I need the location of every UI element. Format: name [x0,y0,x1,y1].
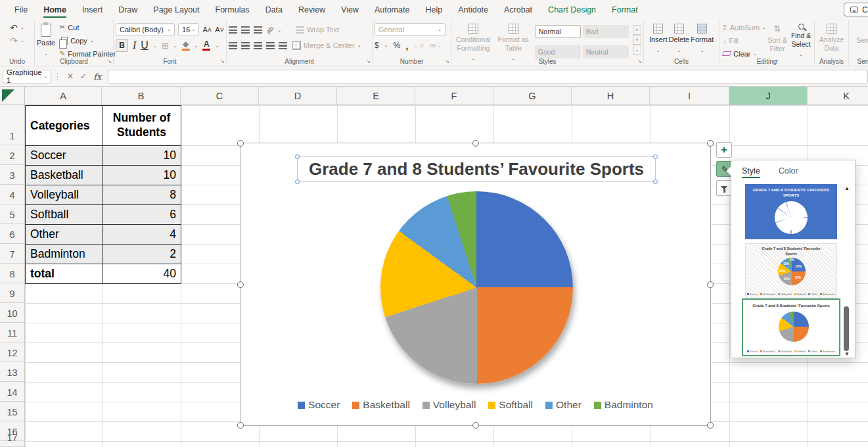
row-header-2[interactable]: 2 [0,145,25,165]
cell-style-bad[interactable]: Bad [583,25,629,38]
panel-scrollbar-thumb[interactable] [844,306,849,351]
title-resize-handle[interactable] [295,179,300,184]
cell-B5[interactable]: 6 [103,205,181,225]
tab-insert[interactable]: Insert [74,1,110,20]
borders-button[interactable]: ⊞ [162,41,169,51]
increase-indent-button[interactable] [279,42,287,49]
wrap-text-button[interactable]: Wrap Text [294,24,340,35]
chart-resize-handle[interactable] [237,140,244,147]
chart-resize-handle[interactable] [707,281,714,288]
chart-resize-handle[interactable] [472,422,479,429]
accounting-format-button[interactable]: $ [375,41,379,50]
underline-button[interactable]: U [141,39,148,51]
chart-resize-handle[interactable] [707,140,714,147]
tab-home[interactable]: Home [35,1,74,20]
column-header-I[interactable]: I [650,87,729,105]
cell-A5[interactable]: Softball [26,205,103,225]
increase-decimal-button[interactable]: ←.0 [413,43,423,49]
align-top-button[interactable] [229,26,237,34]
insert-cells-button[interactable]: Insert [649,22,668,56]
panel-tab-color[interactable]: Color [779,166,798,176]
cell-B7[interactable]: 2 [103,245,181,264]
italic-button[interactable]: I [133,39,136,51]
column-header-D[interactable]: D [259,87,337,105]
chart-resize-handle[interactable] [237,422,244,429]
align-right-button[interactable] [254,42,262,49]
cell-B2[interactable]: 10 [103,146,181,166]
tab-review[interactable]: Review [290,1,333,20]
tab-view[interactable]: View [333,1,367,20]
chart-title-box[interactable]: Grade 7 and 8 Students’ Favourite Sports [297,156,656,182]
cell-A1[interactable]: Categories [26,106,103,146]
row-header-8[interactable]: 8 [0,264,25,283]
column-header-K[interactable]: K [808,87,868,105]
row-header-15[interactable]: 15 [0,402,25,421]
bold-button[interactable]: B [116,39,128,52]
conditional-formatting-button[interactable]: Conditional Formatting [453,22,493,63]
align-center-button[interactable] [241,42,250,49]
orientation-button[interactable]: ab [265,24,275,35]
tab-file[interactable]: File [7,1,35,20]
chart-resize-handle[interactable] [237,281,244,288]
tab-draw[interactable]: Draw [110,1,145,20]
column-header-H[interactable]: H [572,87,650,105]
tab-automate[interactable]: Automate [367,1,418,20]
grow-font-button[interactable]: A˄ [202,26,212,34]
comments-button[interactable]: Comments [844,3,868,16]
row-header-17[interactable]: 17 [0,441,25,447]
tab-data[interactable]: Data [258,1,290,20]
font-dialog-launcher[interactable]: ↘ [220,59,225,64]
cell-A2[interactable]: Soccer [26,146,103,166]
paste-button[interactable]: Paste [37,22,55,59]
shrink-font-button[interactable]: A˅ [215,26,224,34]
column-header-F[interactable]: F [415,87,493,105]
tab-format[interactable]: Format [604,1,646,20]
fill-color-button[interactable]: ◆ [182,40,190,51]
row-header-4[interactable]: 4 [0,185,25,204]
cell-A4[interactable]: Volleyball [26,185,103,205]
row-header-7[interactable]: 7 [0,244,25,264]
title-resize-handle[interactable] [295,154,300,159]
row-header-9[interactable]: 9 [0,283,25,303]
pie-plot[interactable] [380,191,573,384]
column-header-E[interactable]: E [337,87,415,105]
sensitivity-button[interactable]: ✎ Sensitivity [851,22,868,56]
styles-gallery-more-button[interactable]: ⌄ [633,45,641,55]
column-header-J[interactable]: J [729,87,808,105]
worksheet[interactable]: ABCDEFGHIJK1234567891011121314151617 Cat… [0,87,868,447]
chart-resize-handle[interactable] [472,140,479,147]
panel-scroll-up-icon[interactable]: ▲ [844,185,850,191]
cell-B6[interactable]: 4 [103,225,181,245]
alignment-dialog-launcher[interactable]: ↘ [366,59,371,64]
styles-dialog-launcher[interactable]: ↘ [637,59,642,64]
align-middle-button[interactable] [241,26,250,34]
select-all-corner[interactable] [0,87,25,105]
insert-function-button[interactable]: fx [90,72,104,82]
chart-resize-handle[interactable] [707,422,714,429]
decrease-decimal-button[interactable]: .00→ [428,43,441,49]
pie-chart-object[interactable]: Grade 7 and 8 Students’ Favourite Sports… [240,143,711,426]
style-thumbnail-1[interactable]: GRADE 7 AND 8 STUDENTS’ FAVOURITE SPORTS [745,184,837,239]
column-header-A[interactable]: A [25,87,102,105]
decrease-indent-button[interactable] [266,42,275,49]
cancel-entry-button[interactable]: ✕ [64,72,77,81]
panel-tab-style[interactable]: Style [742,166,760,176]
row-header-1[interactable]: 1 [0,105,25,145]
column-header-G[interactable]: G [493,87,572,105]
column-header-B[interactable]: B [102,87,181,105]
confirm-entry-button[interactable]: ✓ [77,72,90,81]
tab-formulas[interactable]: Formulas [208,1,258,20]
comma-style-button[interactable]: , [405,40,408,51]
chart-elements-button[interactable]: + [716,142,732,158]
fill-button[interactable]: ↓ Fill [721,35,765,46]
copy-button[interactable]: Copy [58,35,117,46]
cell-style-normal[interactable]: Normal [535,25,581,38]
percent-style-button[interactable]: % [394,41,401,50]
formula-input[interactable] [108,70,868,83]
cell-B1[interactable]: Number of Students [103,106,181,146]
cell-A8[interactable]: total [26,264,103,284]
row-header-11[interactable]: 11 [0,323,25,342]
title-resize-handle[interactable] [653,179,658,184]
font-name-select[interactable]: Calibri (Body) [116,23,175,36]
cell-style-good[interactable]: Good [535,45,581,59]
